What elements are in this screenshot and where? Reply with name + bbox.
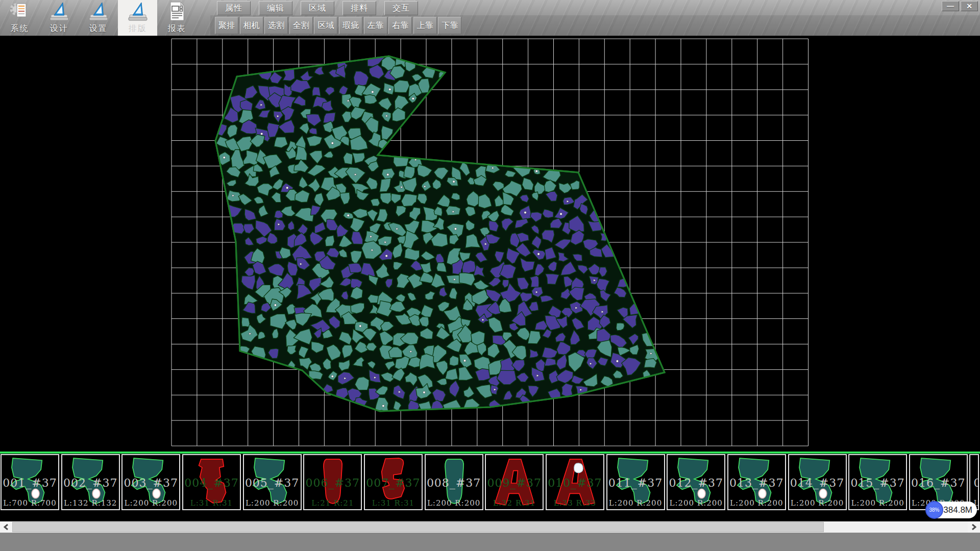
chevron-left-icon xyxy=(4,524,9,530)
status-bar xyxy=(0,533,980,551)
piece-thumbnail-001_#37[interactable]: 001_#37L:700 R:700 xyxy=(1,454,59,510)
tool-button-snap-left[interactable]: 左靠 xyxy=(364,17,387,34)
piece-thumbnail-011_#37[interactable]: 011_#37L:200 R:200 xyxy=(606,454,665,510)
tool-button-zone[interactable]: 区域 xyxy=(314,17,337,34)
piece-id: 001_#37 xyxy=(2,477,58,489)
app-button-design[interactable]: 设计 xyxy=(39,0,79,36)
tool-button-snap-top[interactable]: 上靠 xyxy=(413,17,437,34)
piece-lr-count: L:32 R:31 xyxy=(486,498,543,508)
system-icon xyxy=(9,1,31,23)
tool-button-snap-bottom[interactable]: 下靠 xyxy=(438,17,461,34)
menu-tab-region[interactable]: 区域 xyxy=(301,1,334,15)
app-button-label: 设计 xyxy=(50,23,68,34)
app-button-report[interactable]: 报表 xyxy=(157,0,197,36)
piece-id: 007_#37 xyxy=(365,477,422,489)
piece-thumbnail-006_#37[interactable]: 006_#37L:21 R:21 xyxy=(303,454,362,510)
setsquare-icon xyxy=(48,1,70,23)
scroll-right-button[interactable] xyxy=(968,521,980,533)
menu-tab-edit[interactable]: 编辑 xyxy=(259,1,292,15)
piece-thumbnail-005_#37[interactable]: 005_#37L:200 R:200 xyxy=(243,454,302,510)
piece-thumbnail-013_#37[interactable]: 013_#37L:200 R:200 xyxy=(727,454,786,510)
piece-id: 004_#37 xyxy=(183,477,240,489)
piece-id: 016_#37 xyxy=(910,477,967,489)
app-button-label: 排版 xyxy=(129,23,147,34)
piece-id: 0 xyxy=(970,477,979,489)
piece-lr-count: L:700 R:700 xyxy=(2,498,58,508)
piece-lr-count: L:200 R:200 xyxy=(426,498,482,508)
piece-id: 003_#37 xyxy=(122,477,179,489)
toolbar: 系统设计设置排版报表 属性编辑区域排料交互 聚排相机选割全割区域瑕疵左靠右靠上靠… xyxy=(0,0,980,36)
piece-lr-count: L:31 R:31 xyxy=(365,498,422,508)
tool-button-cluster-nest[interactable]: 聚排 xyxy=(215,17,238,34)
tool-button-cut-all[interactable]: 全割 xyxy=(289,17,313,34)
tool-button-camera[interactable]: 相机 xyxy=(240,17,263,34)
piece-lr-count: L:200 R:200 xyxy=(122,498,179,508)
piece-id: 009_#37 xyxy=(486,477,543,489)
report-icon xyxy=(166,1,188,23)
piece-thumbnail-002_#37[interactable]: 002_#37L:132 R:132 xyxy=(61,454,120,510)
memory-value: 384.8M xyxy=(943,505,972,515)
app-button-system[interactable]: 系统 xyxy=(0,0,39,36)
piece-lr-count: L:200 R:200 xyxy=(244,498,301,508)
piece-id: 011_#37 xyxy=(607,477,664,489)
piece-id: 015_#37 xyxy=(849,477,906,489)
piece-id: 005_#37 xyxy=(244,477,301,489)
close-button[interactable]: ✕ xyxy=(961,1,978,11)
piece-lr-count: L:200 R:200 xyxy=(728,498,785,508)
tool-button-snap-right[interactable]: 右靠 xyxy=(388,17,412,34)
app-window: 系统设计设置排版报表 属性编辑区域排料交互 聚排相机选割全割区域瑕疵左靠右靠上靠… xyxy=(0,0,980,551)
piece-lr-count: L:21 R:21 xyxy=(304,498,361,508)
app-button-label: 报表 xyxy=(168,23,186,34)
scrollbar-thumb[interactable] xyxy=(12,522,824,532)
piece-lr-count: L:200 R:200 xyxy=(668,498,724,508)
app-button-label: 系统 xyxy=(11,23,29,34)
menu-tab-properties[interactable]: 属性 xyxy=(217,1,251,15)
progress-percent: 38% xyxy=(929,507,939,513)
scroll-left-button[interactable] xyxy=(0,521,12,533)
piece-id: 013_#37 xyxy=(728,477,785,489)
tool-button-defect[interactable]: 瑕疵 xyxy=(339,17,362,34)
chevron-right-icon xyxy=(971,524,976,530)
minimize-button[interactable]: — xyxy=(942,1,959,11)
menu-tab-interact[interactable]: 交互 xyxy=(384,1,418,15)
piece-id: 006_#37 xyxy=(304,477,361,489)
piece-lr-count: L:200 R:200 xyxy=(849,498,906,508)
piece-lr-count: L:31 R:31 xyxy=(183,498,240,508)
hide-nesting-view xyxy=(0,36,980,452)
piece-thumbnail-012_#37[interactable]: 012_#37L:200 R:200 xyxy=(667,454,725,510)
piece-thumbnail-007_#37[interactable]: 007_#37L:31 R:31 xyxy=(364,454,423,510)
setsquare-icon xyxy=(127,1,149,23)
piece-thumbnail-008_#37[interactable]: 008_#37L:200 R:200 xyxy=(425,454,483,510)
piece-thumbnail-strip: 001_#37L:700 R:700002_#37L:132 R:132003_… xyxy=(0,452,980,512)
piece-lr-count: L:200 R:200 xyxy=(789,498,846,508)
piece-thumbnail-003_#37[interactable]: 003_#37L:200 R:200 xyxy=(121,454,180,510)
piece-id: 008_#37 xyxy=(426,477,482,489)
piece-id: 012_#37 xyxy=(668,477,724,489)
piece-lr-count: L:132 R:132 xyxy=(62,498,119,508)
piece-thumbnail-015_#37[interactable]: 015_#37L:200 R:200 xyxy=(848,454,907,510)
app-button-label: 设置 xyxy=(89,23,108,34)
progress-badge: 38% xyxy=(925,501,943,519)
tool-button-select-cut[interactable]: 选割 xyxy=(264,17,288,34)
piece-id: 014_#37 xyxy=(789,477,846,489)
app-button-settings[interactable]: 设置 xyxy=(79,0,118,36)
setsquare-icon xyxy=(88,1,109,23)
piece-thumbnail-004_#37[interactable]: 004_#37L:31 R:31 xyxy=(182,454,241,510)
horizontal-scrollbar[interactable] xyxy=(0,521,980,533)
piece-lr-count: L:200 R:200 xyxy=(607,498,664,508)
piece-id: 010_#37 xyxy=(547,477,603,489)
piece-thumbnail-009_#37[interactable]: 009_#37L:32 R:31 xyxy=(485,454,544,510)
nesting-canvas[interactable] xyxy=(0,36,980,452)
app-button-layout[interactable]: 排版 xyxy=(118,0,157,36)
piece-lr-count: L:33 R:33 xyxy=(547,498,603,508)
piece-thumbnail-010_#37[interactable]: 010_#37L:33 R:33 xyxy=(546,454,604,510)
piece-id: 002_#37 xyxy=(62,477,119,489)
menu-tab-nesting[interactable]: 排料 xyxy=(342,1,376,15)
piece-thumbnail-014_#37[interactable]: 014_#37L:200 R:200 xyxy=(788,454,847,510)
